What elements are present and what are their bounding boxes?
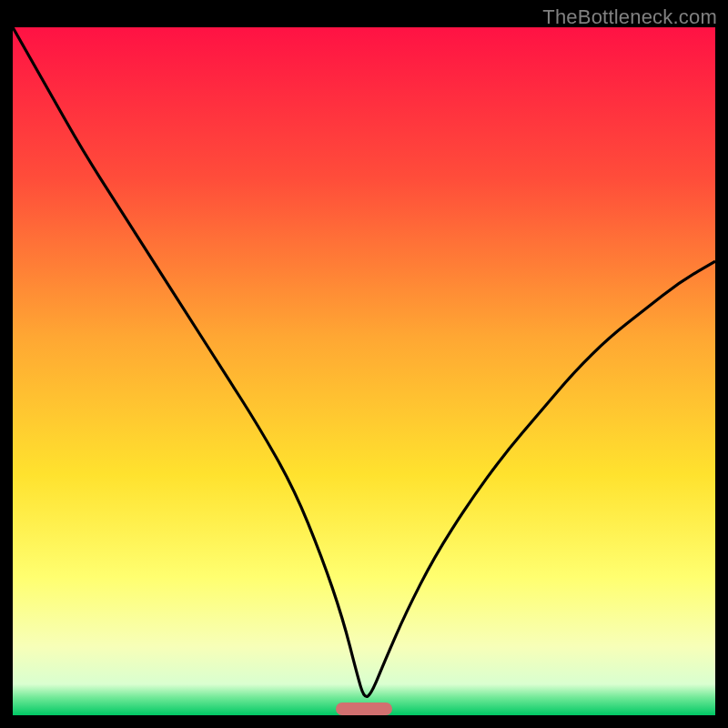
watermark-text: TheBottleneck.com bbox=[542, 5, 717, 29]
chart-svg bbox=[13, 27, 715, 715]
plot-area bbox=[13, 27, 715, 715]
gradient-background bbox=[13, 27, 715, 715]
chart-container: TheBottleneck.com bbox=[0, 0, 728, 728]
optimal-range-marker bbox=[336, 703, 392, 715]
